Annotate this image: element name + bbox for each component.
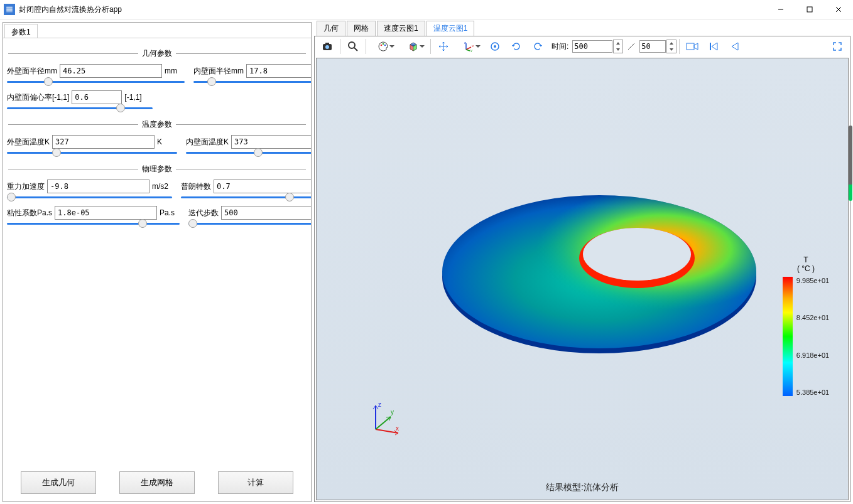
outer-radius-slider[interactable]	[7, 80, 185, 83]
outer-radius-label: 外壁面半径mm	[7, 66, 57, 77]
viscosity-input[interactable]	[55, 206, 157, 220]
generate-geometry-button[interactable]: 生成几何	[21, 471, 96, 494]
svg-rect-14	[687, 43, 694, 50]
gravity-unit: m/s2	[152, 182, 172, 191]
svg-point-19	[583, 228, 691, 281]
zoom-button[interactable]	[343, 37, 363, 56]
tab-params1[interactable]: 参数1	[4, 24, 38, 38]
reset-view-button[interactable]	[485, 37, 505, 56]
step-input[interactable]	[639, 40, 666, 53]
section-physics-title: 物理参数	[4, 164, 310, 174]
legend-colorbar	[783, 277, 793, 396]
close-button[interactable]	[824, 0, 853, 19]
svg-point-3	[325, 45, 329, 49]
gravity-slider[interactable]	[7, 196, 172, 198]
color-legend: T ( °C ) 9.985e+01 8.452e+01 6.918e+01 5…	[778, 255, 834, 396]
svg-point-7	[383, 43, 384, 45]
inner-radius-input[interactable]	[246, 64, 311, 78]
section-geometry-title: 几何参数	[4, 48, 310, 59]
play-back-button[interactable]	[725, 37, 745, 56]
inner-temp-label: 内壁面温度K	[186, 137, 229, 147]
outer-temp-slider[interactable]	[7, 151, 177, 154]
svg-text:z: z	[378, 401, 381, 408]
time-stepper[interactable]	[613, 40, 623, 53]
legend-tick: 8.452e+01	[796, 314, 829, 321]
svg-text:x: x	[396, 425, 399, 432]
palette-dropdown[interactable]	[369, 37, 398, 56]
inner-radius-slider[interactable]	[193, 80, 311, 83]
outer-radius-input[interactable]	[60, 64, 162, 78]
outer-temp-label: 外壁面温度K	[7, 137, 50, 147]
svg-rect-4	[325, 43, 329, 45]
viscosity-label: 粘性系数Pa.s	[7, 208, 52, 218]
outer-temp-input[interactable]	[52, 135, 155, 149]
cube-view-dropdown[interactable]	[399, 37, 428, 56]
prandtl-label: 普朗特数	[181, 181, 211, 192]
legend-unit: ( °C )	[797, 264, 815, 273]
inner-temp-slider[interactable]	[186, 151, 311, 154]
step-stepper[interactable]	[666, 40, 676, 53]
svg-rect-1	[807, 7, 812, 12]
eccentricity-unit: [-1,1]	[124, 93, 141, 102]
time-input[interactable]	[572, 40, 612, 53]
section-temperature-title: 温度参数	[4, 119, 310, 130]
svg-text:x: x	[472, 44, 474, 48]
steps-input[interactable]	[221, 206, 311, 220]
app-icon	[4, 4, 15, 15]
axes-dropdown[interactable]: zxy	[455, 37, 484, 56]
minimize-button[interactable]	[766, 0, 795, 19]
axis-triad-icon: z x y	[364, 399, 402, 437]
tab-velocity-contour[interactable]: 速度云图1	[377, 21, 425, 36]
inner-radius-label: 内壁面半径mm	[193, 66, 244, 77]
legend-title: T	[803, 255, 808, 264]
maximize-button[interactable]	[795, 0, 824, 19]
record-button[interactable]	[682, 37, 702, 56]
outer-radius-unit: mm	[165, 67, 185, 75]
eccentricity-input[interactable]	[72, 90, 122, 104]
generate-mesh-button[interactable]: 生成网格	[119, 471, 195, 494]
tab-mesh[interactable]: 网格	[347, 21, 376, 36]
viscosity-unit: Pa.s	[160, 208, 180, 217]
parameter-panel: 参数1 几何参数 外壁面半径mm mm	[3, 22, 312, 502]
legend-tick: 9.985e+01	[796, 277, 829, 284]
prandtl-input[interactable]	[214, 180, 311, 193]
legend-tick: 5.385e+01	[796, 389, 829, 396]
svg-point-6	[381, 45, 383, 46]
svg-text:y: y	[391, 409, 394, 416]
svg-point-5	[349, 42, 355, 48]
rotate-cw-button[interactable]	[528, 37, 548, 56]
eccentricity-label: 内壁面偏心率[-1,1]	[7, 92, 69, 103]
snapshot-button[interactable]	[317, 37, 337, 56]
legend-tick: 6.918e+01	[796, 351, 829, 359]
eccentricity-slider[interactable]	[7, 107, 153, 109]
viewer-toolbar: zxy 时间:	[315, 36, 850, 56]
inner-temp-input[interactable]	[231, 135, 311, 149]
svg-text:y: y	[470, 48, 472, 52]
gravity-label: 重力加速度	[7, 181, 45, 192]
result-caption: 结果模型:流体分析	[317, 482, 848, 493]
time-label: 时间:	[551, 41, 568, 52]
progress-gauge	[849, 126, 852, 201]
step-separator-icon	[624, 37, 638, 56]
tab-temperature-contour[interactable]: 温度云图1	[426, 21, 475, 36]
steps-label: 迭代步数	[188, 208, 219, 218]
calculate-button[interactable]: 计算	[218, 471, 293, 494]
expand-button[interactable]	[827, 37, 847, 56]
result-surface	[436, 159, 763, 372]
steps-slider[interactable]	[188, 222, 311, 225]
prandtl-slider[interactable]	[181, 196, 311, 198]
viewer-tabs: 几何 网格 速度云图1 温度云图1	[314, 22, 850, 36]
viewport-3d[interactable]: z x y T ( °C ) 9.985e+01	[316, 58, 849, 500]
tab-geometry[interactable]: 几何	[317, 21, 345, 36]
svg-text:z: z	[464, 41, 466, 45]
window-title: 封闭腔内自然对流换热分析app	[19, 4, 766, 15]
gravity-input[interactable]	[47, 180, 149, 193]
viewer-panel: 几何 网格 速度云图1 温度云图1 zxy	[314, 22, 850, 502]
outer-temp-unit: K	[157, 137, 177, 146]
viscosity-slider[interactable]	[7, 222, 180, 225]
pan-button[interactable]	[433, 37, 454, 56]
titlebar: 封闭腔内自然对流换热分析app	[0, 0, 853, 19]
rotate-ccw-button[interactable]	[506, 37, 526, 56]
first-frame-button[interactable]	[704, 37, 724, 56]
svg-point-8	[384, 45, 386, 46]
